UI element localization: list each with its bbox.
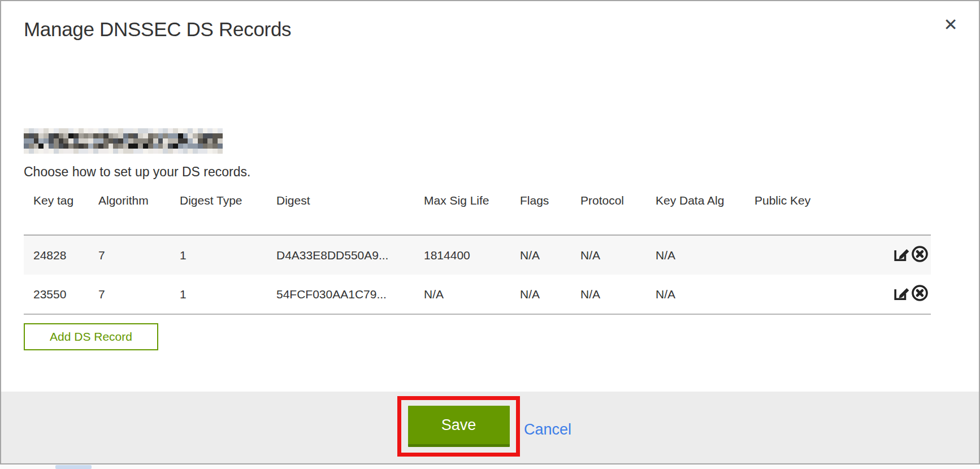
delete-icon[interactable] [911, 245, 929, 263]
redaction-pixel [148, 128, 153, 133]
redaction-pixel [93, 133, 98, 138]
redaction-pixel [218, 144, 223, 149]
redaction-pixel [44, 133, 49, 138]
redaction-pixel [93, 149, 98, 154]
redaction-pixel [68, 149, 73, 154]
edit-icon[interactable] [893, 284, 910, 302]
redaction-pixel [203, 133, 208, 138]
close-icon[interactable]: ✕ [939, 14, 962, 36]
redaction-pixel [198, 144, 203, 149]
redaction-pixel [38, 133, 44, 138]
redaction-pixel [49, 128, 54, 133]
save-button[interactable]: Save [408, 406, 510, 447]
add-ds-record-button[interactable]: Add DS Record [24, 323, 158, 350]
edit-icon[interactable] [893, 245, 910, 263]
redaction-pixel [73, 149, 79, 154]
redaction-pixel [213, 128, 218, 133]
redaction-pixel [103, 128, 109, 133]
redaction-pixel [73, 144, 79, 149]
redaction-pixel [207, 138, 213, 144]
redaction-pixel [98, 128, 103, 133]
redaction-pixel [24, 133, 29, 138]
redaction-pixel [73, 128, 79, 133]
redaction-pixel [183, 128, 188, 133]
redaction-pixel [24, 128, 29, 133]
redaction-pixel [218, 149, 223, 154]
table-header-row: Key tag Algorithm Digest Type Digest Max… [24, 189, 931, 235]
redaction-pixel [84, 128, 89, 133]
redaction-pixel [168, 133, 173, 138]
redaction-pixel [163, 133, 168, 138]
redaction-pixel [118, 133, 123, 138]
redaction-pixel [207, 133, 213, 138]
redaction-pixel [133, 144, 138, 149]
ds-records-table: Key tag Algorithm Digest Type Digest Max… [24, 189, 931, 315]
redaction-pixel [163, 138, 168, 144]
redaction-pixel [173, 133, 178, 138]
redaction-pixel [118, 144, 123, 149]
redaction-pixel [59, 133, 64, 138]
redaction-pixel [59, 138, 64, 144]
cancel-link[interactable]: Cancel [524, 421, 571, 438]
redaction-pixel [143, 138, 148, 144]
redaction-pixel [178, 128, 183, 133]
table-row: 23550 7 1 54FCF030AA1C79... N/A N/A N/A … [24, 275, 931, 314]
redaction-pixel [193, 133, 198, 138]
redaction-pixel [218, 128, 223, 133]
redaction-pixel [123, 149, 128, 154]
redaction-pixel [153, 128, 158, 133]
cell-public-key [754, 235, 879, 275]
redaction-pixel [54, 128, 59, 133]
redaction-pixel [198, 138, 203, 144]
redaction-pixel [109, 128, 114, 133]
cell-flags: N/A [520, 275, 580, 314]
redaction-pixel [93, 128, 98, 133]
redaction-pixel [128, 128, 133, 133]
cell-key-data-alg: N/A [656, 275, 754, 314]
redaction-pixel [79, 133, 84, 138]
redaction-pixel [29, 133, 34, 138]
cell-key-data-alg: N/A [656, 235, 754, 275]
redaction-pixel [34, 128, 39, 133]
redaction-pixel [138, 144, 143, 149]
redaction-pixel [88, 138, 93, 144]
cell-digest-type: 1 [180, 235, 276, 275]
redaction-pixel [133, 149, 138, 154]
redaction-pixel [63, 144, 68, 149]
col-header-protocol: Protocol [580, 189, 656, 235]
redaction-pixel [168, 128, 173, 133]
redaction-pixel [79, 149, 84, 154]
redaction-pixel [188, 138, 193, 144]
redaction-pixel [128, 133, 133, 138]
redaction-pixel [133, 133, 138, 138]
redaction-pixel [203, 128, 208, 133]
redaction-pixel [123, 138, 128, 144]
dialog-title: Manage DNSSEC DS Records [24, 18, 291, 41]
redaction-pixel [118, 128, 123, 133]
delete-icon[interactable] [911, 284, 929, 302]
redaction-pixel [148, 133, 153, 138]
row-actions [879, 275, 931, 314]
cell-digest: D4A33E8DD550A9... [276, 235, 424, 275]
redaction-pixel [103, 133, 109, 138]
cell-digest-type: 1 [180, 275, 276, 314]
redaction-pixel [68, 128, 73, 133]
redaction-pixel [34, 149, 39, 154]
redaction-pixel [73, 138, 79, 144]
redaction-pixel [158, 144, 163, 149]
col-header-key-data-alg: Key Data Alg [656, 189, 754, 235]
redaction-pixel [218, 133, 223, 138]
cell-algorithm: 7 [98, 275, 180, 314]
redaction-pixel [203, 149, 208, 154]
redaction-pixel [153, 149, 158, 154]
redaction-pixel [68, 133, 73, 138]
redaction-pixel [98, 149, 103, 154]
redaction-pixel [198, 149, 203, 154]
redaction-pixel [143, 149, 148, 154]
redaction-pixel [68, 138, 73, 144]
redaction-pixel [113, 149, 118, 154]
redaction-pixel [183, 144, 188, 149]
redaction-pixel [213, 133, 218, 138]
page-behind-modal [1, 464, 979, 469]
redaction-pixel [183, 133, 188, 138]
